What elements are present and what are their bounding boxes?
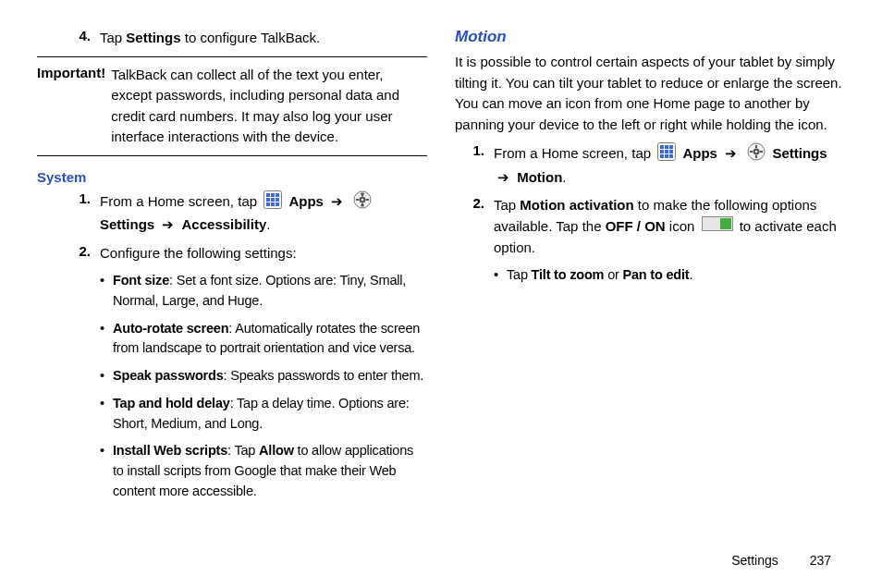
text: Tap (100, 30, 126, 45)
svg-rect-23 (665, 145, 668, 149)
motion-step-2: 2. Tap Motion activation to make the fol… (462, 195, 845, 258)
motion-step-1: 1. From a Home screen, tap Apps ➔ Settin… (462, 142, 845, 188)
settings-label: Settings (100, 216, 154, 232)
text: . (689, 267, 692, 282)
svg-rect-28 (660, 154, 664, 158)
system-heading: System (37, 169, 427, 185)
divider (37, 155, 427, 156)
svg-rect-33 (755, 145, 757, 148)
step-body: From a Home screen, tap Apps ➔ Settings … (494, 142, 845, 188)
list-item: Tap and hold delay: Tap a delay time. Op… (100, 394, 427, 435)
footer-page-number: 237 (810, 553, 831, 568)
list-item: Install Web scripts: Tap Allow to allow … (100, 441, 427, 501)
svg-rect-22 (660, 145, 664, 149)
text: icon (666, 218, 699, 234)
list-item: Speak passwords: Speaks passwords to ent… (100, 366, 427, 386)
list-item: Tap Tilt to zoom or Pan to edit. (494, 265, 845, 286)
settings-icon (747, 142, 766, 167)
step-4: 4. Tap Settings to configure TalkBack. (68, 28, 427, 49)
svg-rect-29 (665, 154, 668, 158)
two-column-layout: 4. Tap Settings to configure TalkBack. I… (37, 28, 845, 509)
apps-icon (263, 190, 282, 215)
svg-rect-2 (271, 193, 275, 197)
settings-word: Settings (126, 30, 180, 45)
step-body: Configure the following settings: (100, 243, 427, 264)
accessibility-label: Accessibility (182, 216, 267, 232)
text: From a Home screen, tap (494, 145, 655, 161)
page-footer: Settings 237 (731, 553, 831, 568)
svg-rect-36 (760, 151, 763, 153)
settings-icon (353, 190, 372, 215)
svg-rect-6 (276, 198, 279, 202)
svg-rect-14 (356, 199, 359, 201)
bullet-text: : Speaks passwords to enter them. (224, 368, 424, 383)
settings-label: Settings (772, 145, 827, 161)
svg-rect-39 (720, 218, 731, 229)
apps-label: Apps (682, 145, 717, 161)
motion-activation-label: Motion activation (520, 197, 633, 213)
svg-rect-4 (266, 198, 270, 202)
svg-point-37 (755, 151, 758, 153)
text: to configure TalkBack. (181, 30, 321, 45)
step-number: 2. (68, 243, 100, 259)
pan-to-edit-label: Pan to edit (622, 267, 689, 282)
system-step-2: 2. Configure the following settings: (68, 243, 427, 264)
important-note: Important! TalkBack can collect all of t… (37, 65, 427, 148)
important-body: TalkBack can collect all of the text you… (111, 65, 427, 148)
bullet-title: Tap and hold delay (113, 396, 230, 410)
step-body: Tap Settings to configure TalkBack. (100, 28, 427, 49)
svg-rect-35 (750, 151, 753, 153)
text: From a Home screen, tap (100, 193, 261, 209)
svg-rect-24 (669, 145, 673, 149)
period: . (266, 216, 270, 232)
footer-section: Settings (731, 553, 778, 568)
apps-label: Apps (288, 193, 324, 209)
system-step-1: 1. From a Home screen, tap Apps ➔ Settin… (68, 190, 427, 236)
step-number: 2. (462, 195, 494, 211)
svg-rect-1 (266, 193, 270, 197)
svg-rect-26 (665, 150, 668, 153)
arrow-icon: ➔ (494, 169, 513, 185)
bullet-title: Font size (113, 273, 169, 288)
list-item: Font size: Set a font size. Options are:… (100, 271, 427, 312)
svg-rect-9 (276, 202, 279, 206)
svg-rect-3 (276, 193, 279, 197)
svg-rect-5 (271, 198, 275, 202)
svg-rect-30 (669, 154, 673, 158)
svg-rect-15 (366, 199, 369, 201)
arrow-icon: ➔ (158, 216, 178, 232)
tilt-to-zoom-label: Tilt to zoom (532, 267, 605, 282)
motion-label: Motion (517, 169, 562, 185)
arrow-icon: ➔ (327, 193, 347, 209)
text: Tap (507, 267, 532, 282)
important-label: Important! (37, 65, 111, 148)
text: or (604, 267, 622, 282)
motion-intro: It is possible to control certain aspect… (455, 52, 845, 135)
svg-rect-8 (271, 202, 275, 206)
allow-word: Allow (259, 443, 294, 458)
settings-bullets: Font size: Set a font size. Options are:… (100, 271, 427, 502)
list-item: Auto-rotate screen: Automatically rotate… (100, 319, 427, 360)
svg-rect-34 (755, 155, 757, 158)
svg-rect-25 (660, 150, 664, 153)
svg-point-20 (361, 198, 364, 201)
apps-icon (657, 142, 676, 167)
toggle-icon (702, 216, 733, 238)
left-column: 4. Tap Settings to configure TalkBack. I… (37, 28, 427, 509)
right-column: Motion It is possible to control certain… (455, 28, 845, 509)
manual-page: 4. Tap Settings to configure TalkBack. I… (0, 0, 882, 588)
step-number: 1. (68, 190, 100, 206)
step-body: From a Home screen, tap Apps ➔ Settings … (100, 190, 427, 236)
svg-rect-27 (669, 150, 673, 153)
step-number: 4. (68, 28, 100, 43)
svg-rect-7 (266, 202, 270, 206)
period: . (562, 169, 566, 185)
step-body: Tap Motion activation to make the follow… (494, 195, 845, 258)
arrow-icon: ➔ (721, 145, 741, 161)
bullet-title: Install Web scripts (113, 443, 227, 458)
text: Tap (494, 197, 520, 213)
step-number: 1. (462, 142, 494, 158)
off-on-label: OFF / ON (606, 218, 666, 234)
motion-sub-bullets: Tap Tilt to zoom or Pan to edit. (494, 265, 845, 286)
divider (37, 56, 427, 57)
